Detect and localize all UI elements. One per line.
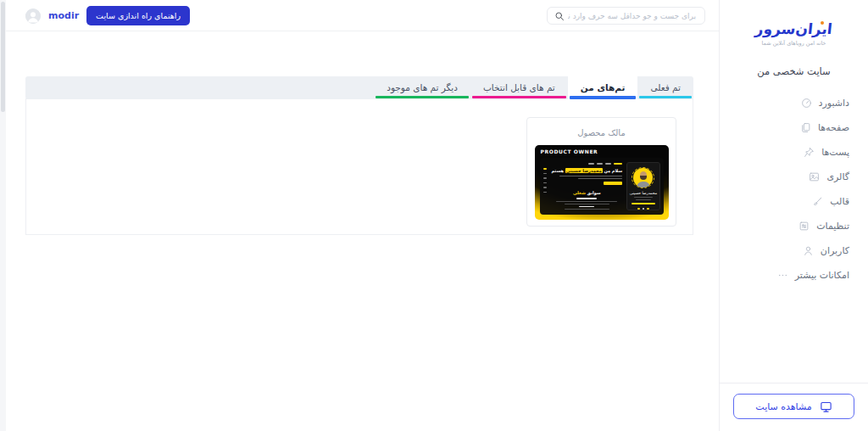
search-input[interactable]: [548, 8, 704, 24]
preview-site-logo: PRODUCT OWNER: [541, 148, 598, 154]
view-site-label: مشاهده سایت: [755, 401, 811, 412]
tab-other-themes[interactable]: دیگر تم های موجود: [374, 76, 470, 99]
preview-hero-heading: سلام من محمدرضا حسینی هستم: [551, 168, 622, 173]
sidebar: ایران‌سرور خانه امن رویاهای آنلاین شما س…: [719, 0, 868, 431]
sidebar-item-pages[interactable]: صفحه‌ها: [720, 115, 868, 140]
sidebar-item-settings[interactable]: تنظیمات: [720, 214, 868, 238]
preview-photo-ring: [632, 167, 654, 188]
preview-body: سلام من محمدرضا حسینی هستم سوابق شغلی: [540, 158, 664, 215]
sidebar-item-gallery[interactable]: گالری: [720, 165, 868, 189]
sidebar-item-dashboard[interactable]: داشبورد: [720, 91, 868, 115]
theme-card-product-owner[interactable]: مالک محصول PRODUCT OWNER سلام من محمدرضا…: [526, 117, 676, 227]
preview-timeline: [551, 198, 622, 210]
preview-top-nav: [551, 163, 622, 165]
tab-selectable-themes[interactable]: تم های قابل انتخاب: [470, 76, 568, 99]
preview-cta-button: [604, 182, 622, 185]
logo-tagline: خانه امن رویاهای آنلاین شما: [720, 40, 868, 47]
preview-profile-button: [632, 203, 655, 204]
sidebar-item-theme[interactable]: قالب: [720, 189, 868, 214]
theme-preview-thumbnail: PRODUCT OWNER سلام من محمدرضا حسینی هستم: [535, 145, 669, 220]
logo-text: ایران‌سرور: [754, 20, 833, 37]
preview-social-dots: [637, 208, 649, 210]
preview-profile-name: محمدرضا حسینی: [630, 191, 657, 195]
pin-icon: [804, 147, 815, 158]
tab-my-themes[interactable]: تم‌های من: [568, 76, 638, 99]
more-ellipsis-icon: [777, 270, 788, 281]
theme-tabs: تم فعلی تم‌های من تم های قابل انتخاب دیگ…: [25, 76, 693, 99]
sidebar-nav: داشبورد صفحه‌ها پست‌ها گالری قالب: [720, 91, 868, 288]
setup-guide-button[interactable]: راهنمای راه اندازی سایت: [86, 6, 190, 25]
users-icon: [803, 245, 814, 256]
tab-current-theme[interactable]: تم فعلی: [637, 76, 693, 99]
themes-panel: مالک محصول PRODUCT OWNER سلام من محمدرضا…: [25, 98, 693, 235]
user-name[interactable]: modir: [48, 10, 79, 21]
search-box: [547, 7, 705, 25]
scrollbar-thumb[interactable]: [1, 2, 5, 112]
preview-main-column: سلام من محمدرضا حسینی هستم سوابق شغلی: [548, 161, 626, 211]
user-cluster: modir راهنمای راه اندازی سایت: [25, 0, 190, 31]
preview-profile-photo: [633, 168, 653, 188]
dashboard-icon: [801, 98, 812, 109]
brand-logo[interactable]: ایران‌سرور خانه امن رویاهای آنلاین شما: [720, 0, 868, 47]
settings-icon: [798, 221, 810, 232]
topbar: modir راهنمای راه اندازی سایت: [0, 0, 719, 31]
main-area: modir راهنمای راه اندازی سایت تم فعلی تم…: [0, 0, 719, 431]
gallery-icon: [809, 171, 820, 182]
sidebar-item-more[interactable]: امکانات بیشتر: [720, 263, 868, 288]
site-title: سایت شخصی من: [720, 65, 868, 77]
sidebar-item-users[interactable]: کاربران: [720, 238, 868, 263]
brush-icon: [812, 196, 823, 207]
preview-paragraph-lines: [551, 176, 622, 179]
sidebar-footer: مشاهده سایت: [720, 383, 868, 431]
pages-icon: [800, 122, 811, 133]
page-scrollbar[interactable]: [0, 0, 6, 431]
preview-section-heading: سوابق شغلی: [551, 190, 622, 195]
preview-profile-card: محمدرضا حسینی: [626, 162, 659, 210]
view-site-button[interactable]: مشاهده سایت: [733, 394, 854, 419]
monitor-icon: [820, 400, 832, 413]
sidebar-item-posts[interactable]: پست‌ها: [720, 140, 868, 165]
user-avatar[interactable]: [25, 8, 41, 24]
theme-card-title: مالک محصول: [577, 128, 626, 137]
